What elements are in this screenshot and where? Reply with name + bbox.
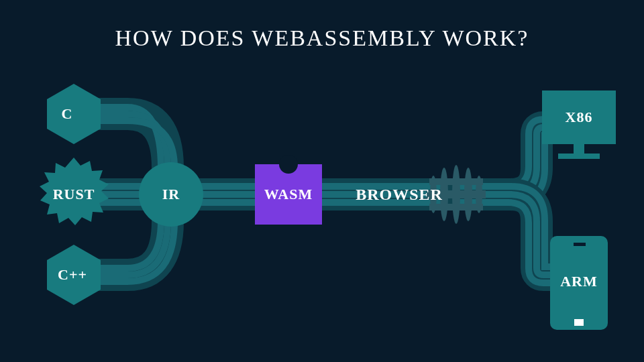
svg-point-4 [279, 155, 298, 174]
svg-rect-17 [574, 243, 586, 246]
node-c [47, 84, 101, 144]
label-c: C [62, 105, 73, 123]
label-ir: IR [162, 186, 180, 203]
label-cpp: C++ [58, 266, 87, 284]
svg-rect-11 [429, 178, 483, 185]
label-rust: RUST [53, 186, 95, 203]
svg-rect-15 [558, 154, 600, 159]
label-browser: BROWSER [356, 186, 443, 204]
label-x86: X86 [566, 109, 593, 126]
svg-marker-0 [47, 84, 101, 144]
svg-rect-12 [429, 204, 483, 210]
label-wasm: WASM [264, 186, 313, 203]
diagram-canvas [0, 0, 644, 362]
label-arm: ARM [560, 273, 598, 290]
svg-rect-18 [574, 319, 584, 326]
svg-rect-14 [574, 144, 584, 154]
